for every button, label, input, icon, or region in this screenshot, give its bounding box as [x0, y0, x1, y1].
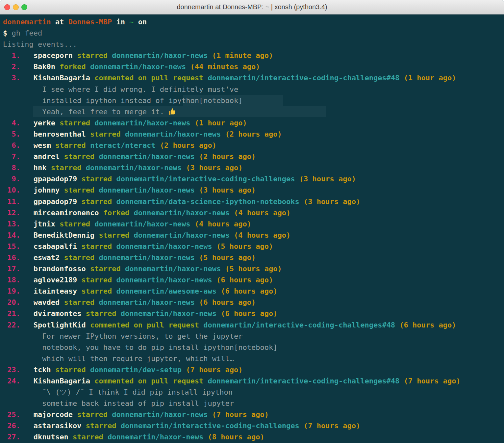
event-action: starred — [86, 422, 116, 430]
event-line: 15. csabapalfi starred donnemartin/haxor… — [3, 241, 504, 252]
shell-prompt: donnemartin at Donnes-MBP in ~ on — [3, 16, 504, 28]
event-number: 6. — [3, 141, 20, 149]
event-user: andrel — [34, 152, 60, 161]
event-time: (3 hours ago) — [199, 186, 256, 194]
event-repo: donnemartin/interactive-coding-challenge… — [203, 321, 395, 329]
command-line: $ gh feed — [3, 28, 504, 39]
event-repo: donnemartin/haxor-news — [99, 253, 194, 262]
terminal-window: donnemartin at Donnes-MBP: ~ | xonsh (py… — [0, 0, 504, 443]
event-user: brandonfosso — [34, 265, 86, 273]
event-line: 25. majorcode starred donnemartin/haxor-… — [3, 409, 504, 420]
event-action: forked — [60, 63, 86, 71]
event-time: (7 hours ago) — [304, 422, 360, 430]
prompt-keyword-on: on — [138, 18, 147, 26]
event-action: starred — [81, 276, 112, 284]
event-comment-line: ¯\_(ツ)_/¯ I think I did pip install ipyt… — [3, 387, 504, 398]
event-comment-line: installed ipython instead of ipython[not… — [3, 95, 504, 106]
event-repo: donnemartin/interactive-coding-challenge… — [208, 377, 400, 385]
event-user: aglove2189 — [34, 276, 77, 284]
event-line: 27. dknutsen starred donnemartin/haxor-n… — [3, 431, 504, 443]
event-action: starred — [55, 366, 86, 374]
event-user: SpotlightKid — [34, 321, 86, 329]
event-time: (4 hours ago) — [234, 209, 290, 217]
event-line: 9. gpapadop79 starred donnemartin/intera… — [3, 173, 504, 185]
event-time: (6 hours ago) — [216, 276, 273, 284]
event-action: starred — [64, 253, 94, 262]
event-user: gpapadop79 — [34, 175, 77, 183]
event-time: (44 minutes ago) — [190, 63, 260, 71]
titlebar[interactable]: donnemartin at Donnes-MBP: ~ | xonsh (py… — [0, 0, 504, 14]
event-number: 13. — [3, 220, 20, 228]
event-number: 22. — [3, 321, 20, 329]
event-user: astarasikov — [34, 422, 82, 430]
event-action: starred — [81, 175, 112, 183]
event-comment-line: which will then require jupyter, which w… — [3, 353, 504, 364]
event-line: 19. itainteasy starred donnemartin/aweso… — [3, 286, 504, 297]
event-repo: donnemartin/interactive-coding-challenge… — [116, 175, 295, 183]
event-repo: donnemartin/haxor-news — [134, 231, 229, 239]
event-line: 21. dviramontes starred donnemartin/haxo… — [3, 308, 504, 319]
event-user: jtnix — [34, 220, 55, 228]
event-action: starred — [86, 309, 116, 318]
event-line: 10. johnny starred donnemartin/haxor-new… — [3, 185, 504, 196]
event-number: 9. — [3, 175, 20, 183]
event-number: 27. — [3, 433, 20, 441]
event-user: itainteasy — [34, 287, 77, 295]
event-user: BenediktDennig — [34, 231, 94, 239]
event-repo: nteract/nteract — [90, 141, 156, 149]
event-user: dknutsen — [34, 433, 68, 441]
event-comment-line: For newer IPython versions, to get the j… — [3, 331, 504, 342]
close-button[interactable] — [4, 4, 10, 10]
event-number: 1. — [3, 51, 20, 60]
event-time: (7 hours ago) — [404, 377, 461, 385]
event-time: (2 hours ago) — [160, 141, 216, 149]
event-user: KishanBagaria — [34, 74, 90, 82]
event-time: (2 hours ago) — [225, 130, 282, 138]
terminal-output[interactable]: donnemartin at Donnes-MBP in ~ on $ gh f… — [0, 14, 504, 443]
event-user: wavded — [34, 298, 60, 306]
minimize-button[interactable] — [13, 4, 19, 10]
event-repo: donnemartin/haxor-news — [99, 298, 194, 306]
zoom-button[interactable] — [21, 4, 27, 10]
event-user: wesm — [34, 141, 51, 149]
prompt-keyword-at: at — [55, 18, 64, 26]
event-number: 14. — [3, 231, 20, 239]
event-line: 18. aglove2189 starred donnemartin/haxor… — [3, 274, 504, 286]
event-user: Bak0n — [34, 63, 55, 71]
event-user: tckh — [34, 366, 51, 374]
event-user: majorcode — [34, 410, 73, 419]
event-repo: donnemartin/haxor-news — [112, 51, 208, 60]
event-time: (6 hours ago) — [221, 309, 277, 318]
event-time: (3 hours ago) — [186, 164, 242, 172]
event-user: csabapalfi — [34, 242, 77, 250]
event-line: 22. SpotlightKid commented on pull reque… — [3, 320, 504, 331]
event-time: (6 hours ago) — [199, 298, 256, 306]
event-time: (6 hours ago) — [399, 321, 456, 329]
event-line: 23. tckh starred donnemartin/dev-setup (… — [3, 364, 504, 376]
event-repo: donnemartin/haxor-news — [94, 220, 190, 228]
event-time: (5 hours ago) — [225, 265, 282, 273]
event-time: (1 hour ago) — [195, 119, 247, 127]
event-number: 26. — [3, 422, 20, 430]
event-line: 26. astarasikov starred donnemartin/inte… — [3, 420, 504, 431]
prompt-path: ~ — [129, 18, 134, 26]
event-user: gpapadop79 — [34, 197, 77, 206]
event-number: 16. — [3, 253, 20, 262]
event-line: 16. eswat2 starred donnemartin/haxor-new… — [3, 252, 504, 263]
event-line: 14. BenediktDennig starred donnemartin/h… — [3, 230, 504, 241]
event-action: starred — [51, 164, 82, 172]
event-line: 13. jtnix starred donnemartin/haxor-news… — [3, 219, 504, 230]
event-time: (7 hours ago) — [186, 366, 242, 374]
event-repo: donnemartin/interactive-coding-challenge… — [121, 422, 299, 430]
event-action: commented on pull request — [94, 377, 203, 385]
event-line: 1. spaceporn starred donnemartin/haxor-n… — [3, 50, 504, 61]
command-text: gh feed — [12, 29, 42, 37]
event-line: 3. KishanBagaria commented on pull reque… — [3, 72, 504, 84]
event-line: 24. KishanBagaria commented on pull requ… — [3, 376, 504, 387]
thumbs-up-icon — [168, 108, 177, 116]
event-number: 11. — [3, 197, 20, 206]
event-repo: donnemartin/haxor-news — [94, 119, 190, 127]
event-comment-line: I see where I did wrong. I definitely mu… — [3, 84, 504, 95]
event-action: starred — [90, 130, 121, 138]
event-number: 21. — [3, 309, 20, 318]
